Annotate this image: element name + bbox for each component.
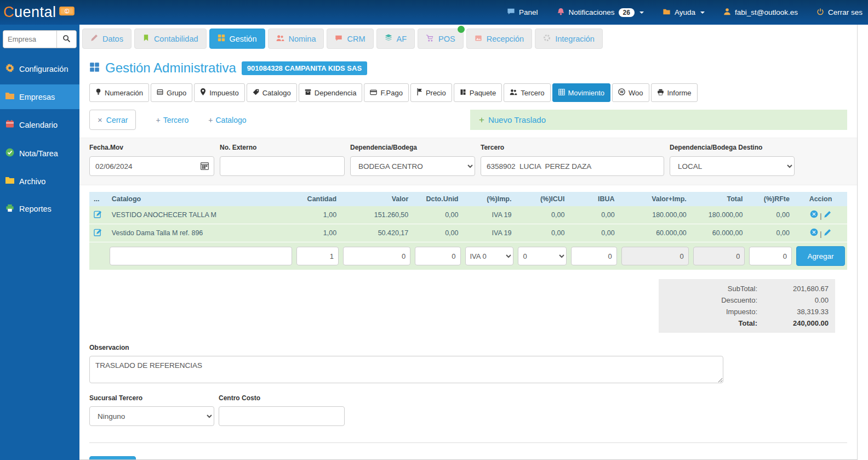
nav-help[interactable]: Ayuda xyxy=(663,8,705,17)
externo-input[interactable] xyxy=(220,156,345,176)
destino-select[interactable]: LOCAL xyxy=(670,156,795,176)
centro-costo-input[interactable] xyxy=(219,406,345,426)
tab-contabilidad[interactable]: Contabilidad xyxy=(134,29,207,49)
calendar-icon[interactable] xyxy=(200,161,209,173)
tab-nomina[interactable]: Nomina xyxy=(268,29,324,49)
sidebar-item-configuracion[interactable]: Configuración xyxy=(0,56,79,82)
sidebar-item-archivo[interactable]: Archivo xyxy=(0,169,79,194)
tab-label: F.Pago xyxy=(380,89,402,97)
sucursal-select[interactable]: Ninguno xyxy=(89,406,214,426)
fecha-input[interactable] xyxy=(89,156,214,176)
tab-impuesto[interactable]: Impuesto xyxy=(194,83,244,102)
tab-gestion[interactable]: Gestión xyxy=(209,29,265,49)
nav-panel[interactable]: Panel xyxy=(507,8,538,17)
tab-crm[interactable]: CRM xyxy=(327,29,373,49)
credit-card-icon xyxy=(370,89,377,97)
guardar-button[interactable]: Guardar xyxy=(89,456,136,460)
subtotal-row: SubTotal: 201,680.67 xyxy=(665,283,829,294)
ellipsis-icon[interactable]: ... xyxy=(89,192,107,206)
tab-datos[interactable]: Datos xyxy=(82,29,132,49)
module-tabs: Datos Contabilidad Gestión Nomina xyxy=(79,25,857,53)
page-title: Gestión Administrativa xyxy=(105,60,236,76)
total-label: Total: xyxy=(697,319,757,327)
bodega-select[interactable]: BODEGA CENTRO xyxy=(350,156,475,176)
edit-pencil-icon[interactable] xyxy=(824,211,831,220)
nav-user[interactable]: fabi_st@outlook.es xyxy=(723,8,798,17)
new-ibua-input[interactable] xyxy=(571,247,616,265)
check-circle-icon xyxy=(5,148,14,158)
pin-icon xyxy=(200,88,206,97)
bodega-field: Dependencia/Bodega BODEGA CENTRO xyxy=(350,144,475,176)
externo-label: No. Externo xyxy=(220,144,345,151)
cell-cantidad: 1,00 xyxy=(294,224,341,242)
new-rfte-input[interactable] xyxy=(749,247,792,265)
new-catalogo-input[interactable] xyxy=(110,247,292,265)
new-imp-select[interactable]: IVA 0 xyxy=(465,247,514,265)
tab-label: POS xyxy=(438,35,455,43)
company-search-input[interactable] xyxy=(3,31,56,48)
tab-integracion[interactable]: Integración xyxy=(535,29,603,49)
tab-pos[interactable]: POS xyxy=(418,29,464,49)
new-valorimp-input xyxy=(621,247,689,265)
externo-field: No. Externo xyxy=(220,144,345,176)
tab-fpago[interactable]: F.Pago xyxy=(364,83,408,102)
sidebar-item-calendario[interactable]: Calendario xyxy=(0,112,79,138)
search-button[interactable] xyxy=(56,31,76,48)
main-content: Datos Contabilidad Gestión Nomina xyxy=(79,25,858,460)
new-dcto-input[interactable] xyxy=(415,247,460,265)
cerrar-button[interactable]: × Cerrar xyxy=(89,110,136,130)
sidebar-item-reportes[interactable]: Reportes xyxy=(0,196,79,222)
tab-grupo[interactable]: Grupo xyxy=(151,83,192,102)
tab-precio[interactable]: Precio xyxy=(410,83,452,102)
edit-pencil-icon[interactable] xyxy=(824,229,831,238)
tab-movimiento[interactable]: Movimiento xyxy=(552,83,610,102)
delete-circle-icon[interactable] xyxy=(810,228,818,238)
wordpress-icon: W xyxy=(618,88,625,97)
tab-numeracion[interactable]: Numeración xyxy=(89,83,149,102)
tab-dependencia[interactable]: Dependencia xyxy=(299,83,363,102)
nav-logout[interactable]: Cerrar ses xyxy=(816,8,863,18)
observacion-textarea[interactable]: TRASLADO DE REFERENCIAS xyxy=(89,356,723,383)
tab-label: CRM xyxy=(347,35,365,43)
tab-catalogo[interactable]: Catalogo xyxy=(247,83,297,102)
search-icon xyxy=(62,35,71,44)
tab-label: Nomina xyxy=(289,35,316,43)
cell-cantidad: 1,00 xyxy=(294,206,341,224)
table-row: Vestido Dama Talla M ref. 896 1,00 50.42… xyxy=(89,224,847,242)
add-catalogo-link[interactable]: + Catalogo xyxy=(208,116,246,124)
cell-dcto: 0,00 xyxy=(413,224,462,242)
centro-costo-field: Centro Costo xyxy=(219,385,345,426)
tag-icon xyxy=(253,89,259,97)
tab-woo[interactable]: W Woo xyxy=(612,83,649,102)
sidebar-item-nota-tarea[interactable]: Nota/Tarea xyxy=(0,140,79,166)
sidebar-item-empresas[interactable]: Empresas xyxy=(0,84,79,109)
tab-af[interactable]: AF xyxy=(376,29,415,49)
nav-notifications[interactable]: Notificaciones 26 xyxy=(557,8,644,18)
observacion-label: Observacion xyxy=(89,344,847,351)
tab-label: Integración xyxy=(555,35,595,43)
delete-circle-icon[interactable] xyxy=(810,210,818,220)
tab-label: Tercero xyxy=(521,89,544,97)
app-logo[interactable]: Cuental $ xyxy=(3,4,75,21)
chevron-down-icon xyxy=(700,12,705,14)
edit-square-icon[interactable] xyxy=(94,210,102,220)
tab-informe[interactable]: Informe xyxy=(651,83,698,102)
agregar-button[interactable]: Agregar xyxy=(796,246,845,266)
bottom-section: Observacion TRASLADO DE REFERENCIAS Sucu… xyxy=(79,333,857,460)
tab-paquete[interactable]: Paquete xyxy=(454,83,502,102)
add-tercero-link[interactable]: + Tercero xyxy=(156,116,189,124)
new-valor-input[interactable] xyxy=(343,247,410,265)
tab-tercero[interactable]: Tercero xyxy=(504,83,550,102)
new-cantidad-input[interactable] xyxy=(296,247,339,265)
edit-square-icon[interactable] xyxy=(94,228,102,238)
col-icui: (%)ICUI xyxy=(516,192,569,206)
col-dcto: Dcto.Unid xyxy=(413,192,462,206)
col-ibua: IBUA xyxy=(569,192,619,206)
nuevo-traslado-button[interactable]: + Nuevo Traslado xyxy=(470,110,847,130)
cell-accion: | xyxy=(794,206,847,224)
tab-recepcion[interactable]: Recepción xyxy=(466,29,533,49)
tercero-input[interactable] xyxy=(481,156,664,176)
new-icui-select[interactable]: 0 xyxy=(518,247,567,265)
logo-accent: C xyxy=(3,4,14,20)
toolbar: × Cerrar + Tercero + Catalogo + Nuevo Tr… xyxy=(89,110,847,130)
